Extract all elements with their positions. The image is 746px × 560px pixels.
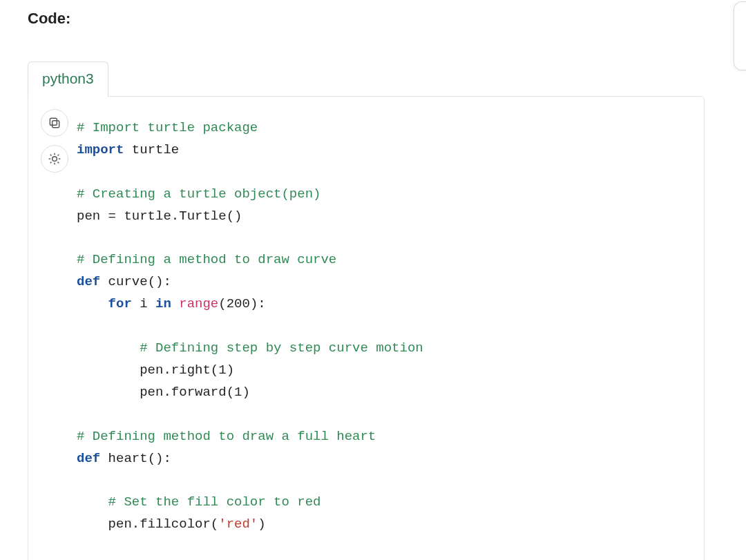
code-token: pen.fillcolor( [108, 516, 219, 532]
code-token: i [132, 296, 155, 311]
code-heading: Code: [28, 10, 705, 28]
code-listing[interactable]: # Import turtle package import turtle # … [77, 117, 690, 560]
tab-python3[interactable]: python3 [28, 61, 108, 97]
code-line: # Defining a method to draw curve [77, 252, 336, 267]
code-line: # Import turtle package [77, 120, 258, 135]
sun-icon [48, 152, 61, 166]
svg-line-10 [58, 155, 59, 156]
svg-rect-0 [52, 121, 59, 128]
code-line: # Defining step by step curve motion [140, 340, 423, 356]
code-token: def [77, 274, 100, 289]
copy-button[interactable] [41, 109, 68, 137]
code-line: # Set the fill color to red [108, 494, 321, 510]
code-line: pen.forward(1) [140, 385, 250, 400]
code-token: import [77, 142, 124, 157]
code-token [171, 296, 179, 311]
svg-line-8 [58, 162, 59, 164]
code-token: in [155, 296, 171, 311]
svg-point-2 [52, 157, 57, 162]
code-line: # Creating a turtle object(pen) [77, 186, 321, 202]
code-token: (200): [218, 296, 265, 311]
code-indent [77, 494, 108, 510]
side-floating-panel[interactable] [734, 1, 746, 70]
code-indent [77, 296, 108, 311]
code-action-buttons [41, 109, 68, 173]
code-token: heart(): [100, 451, 171, 466]
code-indent [77, 363, 140, 378]
code-indent [77, 385, 140, 400]
code-panel: # Import turtle package import turtle # … [28, 96, 705, 560]
code-token: ) [258, 516, 265, 532]
code-line: # Defining method to draw a full heart [77, 429, 376, 444]
code-indent [77, 516, 108, 532]
svg-line-7 [50, 155, 52, 156]
code-token: turtle [124, 142, 179, 157]
code-line: pen = turtle.Turtle() [77, 209, 242, 224]
code-token: curve(): [100, 274, 171, 289]
copy-icon [48, 116, 61, 130]
code-token: def [77, 451, 100, 466]
code-token: for [108, 296, 132, 311]
code-line: pen.right(1) [140, 363, 234, 378]
code-token: 'red' [218, 516, 258, 532]
svg-line-9 [50, 162, 52, 164]
language-tabs: python3 [28, 61, 705, 96]
code-token: range [179, 296, 218, 311]
theme-toggle-button[interactable] [41, 145, 68, 173]
svg-rect-1 [50, 118, 57, 125]
code-indent [77, 340, 140, 356]
